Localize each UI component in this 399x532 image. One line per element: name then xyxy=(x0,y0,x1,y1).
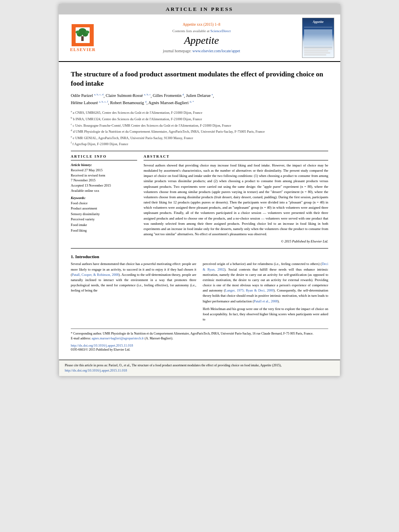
copyright-text: © 2015 Published by Elsevier Ltd. xyxy=(144,239,328,243)
journal-header: ELSEVIER Appetite xxx (2015) 1–8 Content… xyxy=(59,14,340,62)
author-helene: Hélène Labouré a, b, c, f xyxy=(71,101,108,105)
author-odile: Odile Parizel a, b, c, d xyxy=(71,93,103,98)
svg-point-7 xyxy=(76,31,80,34)
author-julien: Julien Delarue e xyxy=(186,93,213,98)
author-agnes: Agnès Marsset-Baglieri d, * xyxy=(148,101,194,105)
info-divider xyxy=(71,160,137,160)
intro-para-1: Several authors have demonstrated that c… xyxy=(71,261,196,293)
science-direct-line: Contents lists available at ScienceDirec… xyxy=(173,29,231,33)
affiliation-e: e e UMR GENIAL, AgroParisTech, INRA, Uni… xyxy=(71,135,328,141)
affiliation-a: a a CNRS, UMR6265, Centre des Sciences d… xyxy=(71,109,328,115)
authors-line: Odile Parizel a, b, c, d, Claire Sulmont… xyxy=(71,92,328,107)
keyword-3: Sensory dissimilarity xyxy=(71,212,137,217)
abstract-text: Several authors showed that providing ch… xyxy=(144,163,328,237)
article-title: The structure of a food product assortme… xyxy=(71,70,328,88)
keyword-4: Perceived variety xyxy=(71,217,137,222)
cover-image-area: Appetite xyxy=(300,18,336,58)
affiliation-f: f f AgroSup Dijon, F-21000 Dijon, France xyxy=(71,141,328,147)
intro-right-column: perceived origin of a behavior) and for … xyxy=(203,261,328,325)
elsevier-logo-area: ELSEVIER xyxy=(63,18,103,58)
cover-title: Appetite xyxy=(304,20,332,24)
email-footnote: E-mail address: agnes.marsset-baglieri@a… xyxy=(71,336,328,341)
keywords-label: Keywords: xyxy=(71,196,137,200)
email-link[interactable]: agnes.marsset-baglieri@agroparistech.fr xyxy=(92,337,145,340)
keyword-2: Product assortment xyxy=(71,206,137,212)
received-date: Received 27 May 2015 Received in revised… xyxy=(71,168,137,193)
author-claire: Claire Sulmont-Rossé a, b, c xyxy=(106,93,151,98)
elsevier-tree-icon xyxy=(72,24,94,46)
intro-para-3: Herb Meiselman and his group were one of… xyxy=(203,306,328,322)
keywords-list: Food choice Product assortment Sensory d… xyxy=(71,201,137,234)
intro-para-2: perceived origin of a behavior) and for … xyxy=(203,261,328,304)
abstract-column: ABSTRACT Several authors showed that pro… xyxy=(144,154,328,243)
affiliation-c: c c Univ. Bourgogne Franche-Comté, UMR C… xyxy=(71,122,328,128)
info-abstract-section: ARTICLE INFO Article history: Received 2… xyxy=(71,154,328,243)
header-divider xyxy=(71,151,328,151)
introduction-section: 1. Introduction Several authors have dem… xyxy=(71,254,328,325)
article-info-column: ARTICLE INFO Article history: Received 2… xyxy=(71,154,137,243)
citation-doi-link[interactable]: http://dx.doi.org/10.1016/j.appet.2015.1… xyxy=(65,368,127,372)
history-label: Article history: xyxy=(71,163,137,167)
journal-info-center: Appetite xxx (2015) 1–8 Contents lists a… xyxy=(103,18,300,58)
footnote-section: * Corresponding author. UMR Physiologie … xyxy=(71,329,328,352)
affiliation-d: d d UMR Physiologie de la Nutrition et d… xyxy=(71,128,328,134)
keyword-1: Food choice xyxy=(71,201,137,206)
keyword-6: Food liking xyxy=(71,228,137,234)
contents-label: Contents lists available at xyxy=(173,29,210,33)
page: ARTICLE IN PRESS xyxy=(59,4,340,376)
science-direct-link[interactable]: ScienceDirect xyxy=(210,29,230,33)
intro-left-column: Several authors have demonstrated that c… xyxy=(71,261,196,325)
patall-link[interactable]: Patall, Cooper, & Robinson, 2008 xyxy=(72,273,119,277)
author-robert: Robert Benamouzig d xyxy=(110,101,146,105)
citation-text: Please cite this article in press as: Pa… xyxy=(65,364,282,372)
keyword-5: Food intake xyxy=(71,222,137,228)
author-gilles: Gilles Fromentin d xyxy=(153,93,184,98)
elsevier-logo: ELSEVIER xyxy=(70,24,96,52)
journal-homepage: journal homepage: www.elsevier.com/locat… xyxy=(163,49,240,53)
section-divider xyxy=(71,248,328,249)
journal-citation: Appetite xxx (2015) 1–8 xyxy=(183,23,220,27)
corresponding-footnote: * Corresponding author. UMR Physiologie … xyxy=(71,331,328,336)
svg-point-8 xyxy=(85,31,89,34)
main-content: The structure of a food product assortme… xyxy=(59,62,340,357)
abstract-heading: ABSTRACT xyxy=(144,154,328,158)
affiliation-b: b b INRA, UMR1324, Centre des Sciences d… xyxy=(71,116,328,122)
langer-link[interactable]: Langer, 1975; Ryan & Deci, 2000 xyxy=(225,288,274,292)
article-in-press-banner: ARTICLE IN PRESS xyxy=(59,4,340,14)
article-info-heading: ARTICLE INFO xyxy=(71,154,137,158)
banner-text: ARTICLE IN PRESS xyxy=(166,6,233,12)
abstract-divider xyxy=(144,160,328,160)
issn-text: 0195-6663/© 2015 Published by Elsevier L… xyxy=(71,347,328,352)
svg-rect-6 xyxy=(81,36,84,41)
homepage-link[interactable]: www.elsevier.com/locate/appet xyxy=(192,49,240,53)
intro-columns: Several authors have demonstrated that c… xyxy=(71,261,328,325)
journal-cover: Appetite xyxy=(302,18,334,58)
journal-title: Appetite xyxy=(184,35,219,47)
intro-title: 1. Introduction xyxy=(71,254,328,259)
citation-bar: Please cite this article in press as: Pa… xyxy=(59,359,340,376)
doi-link[interactable]: http://dx.doi.org/10.1016/j.appet.2015.1… xyxy=(71,343,133,347)
patall2-link[interactable]: Patall et al., 2008 xyxy=(254,299,278,303)
elsevier-label: ELSEVIER xyxy=(70,47,96,52)
deci-ryan-link[interactable]: Deci & Ryan, 2002 xyxy=(203,262,328,271)
affiliations-block: a a CNRS, UMR6265, Centre des Sciences d… xyxy=(71,109,328,146)
